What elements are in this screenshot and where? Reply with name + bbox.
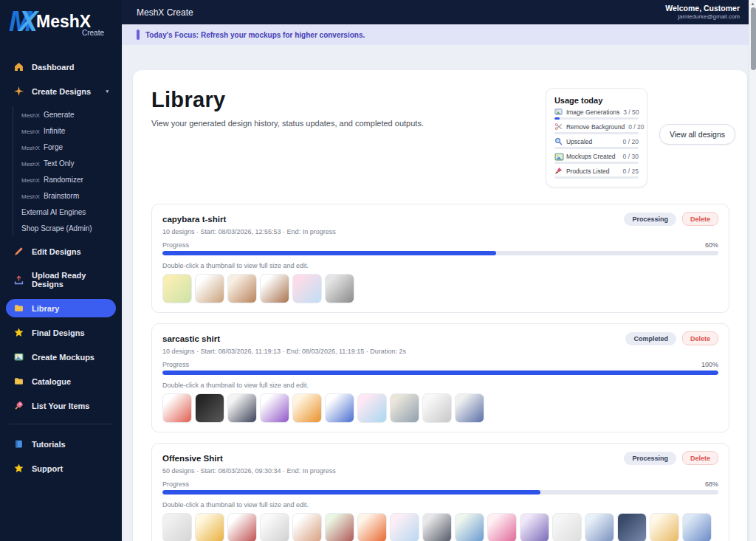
usage-value: 0 / 30 [623, 153, 639, 160]
thumbnail-flag-text-design[interactable] [455, 393, 484, 423]
thumbnail-alpha-male-unicorn[interactable] [357, 393, 387, 423]
progress-row: Progress60% [162, 241, 718, 249]
job-header: Offensive ShirtProcessingDelete [162, 451, 718, 465]
sidebar-subsection: MeshXGenerateMeshXInfiniteMeshXForgeMesh… [13, 106, 122, 236]
sidebar-item-list-your-items[interactable]: List Your Items [6, 396, 116, 415]
sidebar-item-create-designs[interactable]: Create Designs▾ [6, 82, 116, 100]
thumbnail-when-made-me-fun[interactable] [292, 393, 322, 423]
sidebar-item-support[interactable]: Support [6, 459, 116, 478]
sidebar-item-external-ai-engines[interactable]: External AI Engines [21, 204, 122, 220]
thumbnail-faint-text-2[interactable] [552, 513, 582, 541]
user-info: Welcome, Customer jamiedurke@gmail.com [665, 4, 740, 21]
sidebar-item-tutorials[interactable]: Tutorials [6, 435, 116, 453]
sidebar-item-meshx-brainstorm[interactable]: MeshXBrainstorm [21, 187, 122, 204]
thumbnail-crack-home-house[interactable] [325, 513, 354, 541]
progress-bar-fill [162, 251, 496, 255]
thumbnail-happy-birthday-capybara[interactable] [292, 274, 322, 303]
sidebar-item-create-mockups[interactable]: Create Mockups [6, 348, 116, 366]
thumbnail-crows-on-branch[interactable] [227, 393, 257, 423]
view-all-designs-button[interactable]: View all designs [659, 124, 735, 145]
main-region: MeshX Create Welcome, Customer jamiedurk… [122, 0, 756, 541]
thumbnail-cat-at-door[interactable] [390, 393, 419, 423]
thumbnail-dark-text[interactable] [422, 513, 452, 541]
thumbnail-capybara-photo[interactable] [325, 274, 354, 303]
sidebar-item-final-designs[interactable]: Final Designs [6, 323, 116, 342]
thumbnail-capybara-with-cupcake[interactable] [227, 274, 257, 303]
job-title: capybara t-shirt [162, 215, 226, 224]
sidebar-item-edit-designs[interactable]: Edit Designs [6, 242, 116, 261]
scrollbar-thumb[interactable] [751, 7, 756, 70]
usage-label: Upscaled [566, 138, 592, 145]
usage-progress-track [554, 117, 639, 120]
sidebar-item-label: Final Designs [32, 328, 85, 337]
thumbnail-watercolor-purple[interactable] [520, 513, 549, 541]
usage-today-card: Usage today Image Generations3 / 50Remov… [546, 88, 647, 187]
thumbnail-thrust-punch-fist[interactable] [195, 513, 224, 541]
thumbnail-ok-i-pull-up-capybara[interactable] [162, 274, 192, 303]
thumbnail-flaming-man[interactable] [357, 513, 387, 541]
sidebar-nav: DashboardCreate Designs▾MeshXGenerateMes… [0, 58, 122, 478]
folder-icon [13, 376, 24, 386]
sidebar-item-meshx-generate[interactable]: MeshXGenerate [21, 106, 122, 123]
meshx-prefix-label: MeshX [21, 128, 40, 135]
thumbnail-pubic-lice-rainbow[interactable] [487, 513, 517, 541]
thumbnail-i-eat-asbastos[interactable] [162, 393, 192, 423]
sidebar-item-meshx-infinite[interactable]: MeshXInfinite [21, 123, 122, 139]
sidebar-item-library[interactable]: Library [6, 299, 116, 317]
thumbnail-high-five-chair[interactable] [617, 513, 647, 541]
usage-row-remove-background: Remove Background0 / 20 [554, 123, 639, 131]
thumbnail-capybara-family[interactable] [195, 274, 224, 303]
thumbnail-your-problem-behind[interactable] [292, 513, 322, 541]
picture-icon [13, 352, 24, 362]
sparkle-icon [13, 86, 24, 96]
thumbnail-i-hate-it-here[interactable] [585, 513, 614, 541]
job-header: sarcastic shirtCompletedDelete [162, 331, 718, 345]
scrollbar-up-arrow-icon[interactable]: ▲ [749, 0, 756, 7]
thumbnail-people-two-stars[interactable] [195, 393, 224, 423]
page-title: Library [151, 88, 424, 112]
thumbnail-faint-text[interactable] [162, 513, 192, 541]
user-email: jamiedurke@gmail.com [665, 13, 740, 21]
logo-x-glyph: X [19, 9, 38, 34]
topbar-title: MeshX Create [137, 7, 193, 18]
progress-label: Progress [162, 361, 189, 368]
sidebar-item-label: Create Mockups [32, 353, 94, 362]
thumbnail-blue-dancer[interactable] [325, 393, 354, 423]
progress-row: Progress68% [162, 480, 718, 488]
thumbnail-watercolor-blue[interactable] [682, 513, 712, 541]
window-scrollbar[interactable]: ▲ [749, 0, 756, 541]
job-card-sarcastic-shirt: sarcastic shirtCompletedDelete10 designs… [151, 323, 729, 433]
thumbnail-no-trouble-text[interactable] [260, 513, 289, 541]
sidebar-item-shop-scrape-admin[interactable]: Shop Scrape (Admin) [21, 220, 122, 236]
status-badge: Processing [624, 213, 676, 226]
magnifier-icon [554, 137, 563, 145]
thumbnail-chicken-pot-pie[interactable] [227, 513, 257, 541]
meshx-prefix-label: MeshX [21, 193, 40, 200]
sidebar-item-meshx-forge[interactable]: MeshXForge [21, 139, 122, 155]
thumbnail-capybara-pair[interactable] [260, 274, 289, 303]
sidebar-item-meshx-randomizer[interactable]: MeshXRandomizer [21, 171, 122, 187]
welcome-text: Welcome, Customer [665, 4, 740, 13]
folder-icon [13, 303, 24, 313]
thumbnail-small-text-design[interactable] [422, 393, 452, 423]
sidebar-item-catalogue[interactable]: Catalogue [6, 372, 116, 390]
progress-percent: 60% [705, 241, 718, 249]
sidebar-item-meshx-text-only[interactable]: MeshXText Only [21, 155, 122, 171]
thumbnail-taco-dirty[interactable] [650, 513, 679, 541]
meshx-prefix-label: MeshX [21, 145, 40, 151]
sidebar-subitem-label: Forge [44, 143, 63, 151]
app-window: MX MeshX Create DashboardCreate Designs▾… [0, 0, 756, 541]
rocket-icon [13, 401, 24, 410]
delete-button[interactable]: Delete [682, 212, 718, 226]
usage-rows: Image Generations3 / 50Remove Background… [554, 108, 639, 179]
sidebar-item-upload-ready-designs[interactable]: Upload Ready Designs [6, 266, 116, 293]
thumbnail-yeah-i-have-blue[interactable] [455, 513, 484, 541]
content-scroll-area[interactable]: Library View your generated design histo… [122, 45, 756, 541]
usage-progress-track [554, 132, 639, 134]
thumbnail-hint: Double-click a thumbnail to view full si… [162, 382, 718, 389]
sidebar-item-dashboard[interactable]: Dashboard [6, 58, 116, 76]
thumbnail-purple-dinosaur[interactable] [260, 393, 289, 423]
delete-button[interactable]: Delete [682, 331, 718, 345]
thumbnail-unicorn-rainbow[interactable] [390, 513, 419, 541]
delete-button[interactable]: Delete [682, 451, 718, 465]
